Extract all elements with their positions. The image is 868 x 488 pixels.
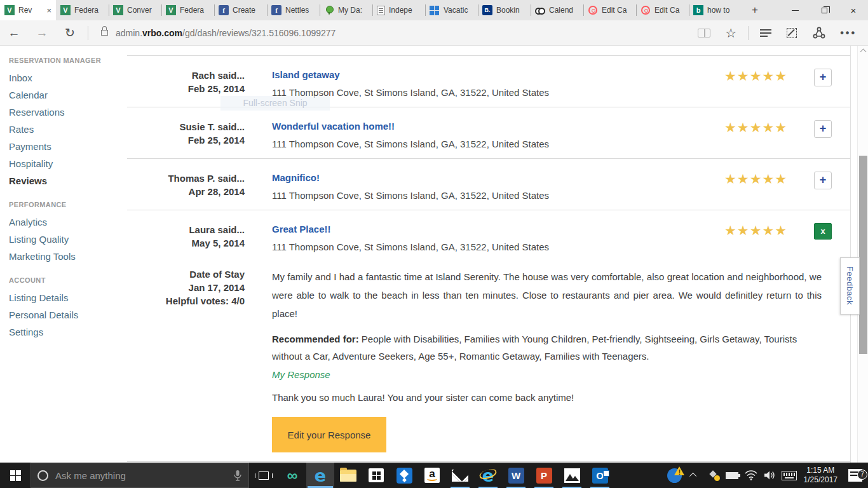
tab-edit-ca-1[interactable]: Edit Ca <box>583 0 636 20</box>
page-scrollbar[interactable] <box>857 46 868 463</box>
scroll-up-arrow-icon[interactable] <box>860 48 865 53</box>
tab-vacatic[interactable]: Vacatic <box>425 0 478 20</box>
taskbar-clock[interactable]: 1:15 AM 1/25/2017 <box>799 466 843 485</box>
tab-reviews-active[interactable]: Rev × <box>0 0 56 20</box>
tab-label: Federa <box>74 6 104 15</box>
tray-dropbox-notification[interactable] <box>703 463 722 488</box>
taskbar-app-word[interactable]: W <box>502 463 530 488</box>
sidebar-item-reviews[interactable]: Reviews <box>9 172 127 189</box>
window-restore-button[interactable] <box>810 0 839 20</box>
task-view-button[interactable] <box>249 463 278 488</box>
vrbo-icon <box>60 5 71 15</box>
outlook-icon: O <box>592 468 608 484</box>
start-button[interactable] <box>0 463 31 488</box>
tab-federa-2[interactable]: Federa <box>161 0 214 20</box>
taskbar-app-internet-explorer[interactable]: e <box>474 463 502 488</box>
address-bar[interactable]: admin.vrbo.com/gd/dash/reviews/321.51609… <box>116 28 691 38</box>
helpful-votes: Helpful votes: 4/0 <box>127 294 245 308</box>
forward-button[interactable]: → <box>28 26 56 40</box>
review-title-link[interactable]: Wonderful vacation home!! <box>272 120 718 133</box>
review-title-link[interactable]: Great Place!! <box>272 223 718 236</box>
review-address: 111 Thompson Cove, St Simons Island, GA,… <box>272 241 718 252</box>
cortana-search-box[interactable] <box>31 463 249 488</box>
taskbar-app-store[interactable] <box>362 463 390 488</box>
collapse-review-button[interactable]: x <box>814 223 832 240</box>
sidebar-item-marketing-tools[interactable]: Marketing Tools <box>9 248 127 265</box>
tab-label: Conver <box>127 6 157 15</box>
new-tab-button[interactable]: + <box>742 0 768 20</box>
feedback-tab[interactable]: Feedback <box>840 257 860 315</box>
window-close-button[interactable]: × <box>839 0 868 20</box>
taskbar-app-infinity[interactable]: ∞ <box>278 463 306 488</box>
sidebar-item-analytics[interactable]: Analytics <box>9 214 127 231</box>
refresh-button[interactable]: ↻ <box>56 25 84 40</box>
tab-close-icon[interactable]: × <box>46 6 51 15</box>
tray-alert[interactable] <box>665 463 684 488</box>
sidebar-item-listing-quality[interactable]: Listing Quality <box>9 231 127 248</box>
microphone-icon[interactable] <box>233 470 242 482</box>
sidebar-item-settings[interactable]: Settings <box>9 323 127 341</box>
owner-response-text: Thank you so much Laura! You and your si… <box>272 392 822 403</box>
expand-review-button[interactable]: + <box>814 69 832 86</box>
edit-response-button[interactable]: Edit your Response <box>272 417 386 452</box>
sidebar-item-reservations[interactable]: Reservations <box>9 104 127 121</box>
taskbar-app-edge[interactable]: e <box>306 463 334 488</box>
review-row-susie: Susie T. said... Feb 25, 2014 Wonderful … <box>127 107 850 159</box>
hub-icon[interactable] <box>760 27 771 39</box>
review-title-link[interactable]: Magnifico! <box>272 172 718 184</box>
tab-label: Federa <box>180 6 210 15</box>
sidebar-item-rates[interactable]: Rates <box>9 121 127 138</box>
tray-touch-keyboard[interactable] <box>780 463 799 488</box>
web-note-icon[interactable] <box>787 28 797 38</box>
mail-icon <box>452 470 468 482</box>
windows-logo-icon <box>10 470 21 481</box>
chevron-up-icon <box>689 473 696 480</box>
taskbar-app-outlook[interactable]: O <box>586 463 614 488</box>
favorites-star-icon[interactable]: ☆ <box>717 25 744 41</box>
scrollbar-thumb[interactable] <box>859 156 867 354</box>
tray-network[interactable] <box>742 463 761 488</box>
taskbar-app-powerpoint[interactable]: P <box>530 463 558 488</box>
tab-nettles[interactable]: Nettles <box>267 0 320 20</box>
expand-review-button[interactable]: + <box>814 120 832 138</box>
tab-calendar[interactable]: Calend <box>531 0 583 20</box>
taskbar-app-photos[interactable] <box>558 463 586 488</box>
back-button[interactable]: ← <box>0 26 28 40</box>
sidebar-item-calendar[interactable]: Calendar <box>9 86 127 104</box>
sidebar-item-payments[interactable]: Payments <box>9 138 127 155</box>
tab-conver[interactable]: Conver <box>109 0 161 20</box>
sidebar-item-personal-details[interactable]: Personal Details <box>9 306 127 323</box>
tab-federa-1[interactable]: Federa <box>56 0 109 20</box>
search-input[interactable] <box>55 470 231 481</box>
more-options-icon[interactable]: ••• <box>840 27 857 39</box>
tab-label: Create <box>233 6 262 15</box>
tab-edit-ca-2[interactable]: Edit Ca <box>636 0 689 20</box>
taskbar-app-mail[interactable] <box>446 463 474 488</box>
share-icon[interactable] <box>812 26 826 40</box>
tab-create[interactable]: Create <box>214 0 267 20</box>
tray-show-hidden-icons[interactable] <box>684 463 703 488</box>
taskbar-app-file-explorer[interactable] <box>334 463 362 488</box>
restore-icon <box>822 8 827 13</box>
action-center-button[interactable]: 7 <box>843 469 868 482</box>
tab-indepe[interactable]: Indepe <box>372 0 425 20</box>
taskbar-app-dropbox[interactable] <box>390 463 418 488</box>
sidebar-section-performance: PERFORMANCE <box>9 196 127 214</box>
tab-how-to[interactable]: how to <box>689 0 742 20</box>
list-top-divider <box>127 46 850 56</box>
sidebar-item-hospitality[interactable]: Hospitality <box>9 155 127 172</box>
sidebar-item-listing-details[interactable]: Listing Details <box>9 289 127 306</box>
sidebar-item-inbox[interactable]: Inbox <box>9 69 127 86</box>
review-title-link[interactable]: Island getaway <box>272 69 718 81</box>
window-minimize-button[interactable] <box>780 0 810 20</box>
tab-booking[interactable]: Bookin <box>478 0 531 20</box>
expand-review-button[interactable]: + <box>814 172 832 189</box>
taskbar-app-amazon[interactable]: a <box>418 463 446 488</box>
recommended-for: Recommended for: People with Disabilitie… <box>272 330 822 365</box>
document-icon <box>377 6 385 15</box>
my-response-link[interactable]: My Response <box>272 369 822 380</box>
tray-battery[interactable] <box>722 463 742 488</box>
tab-my-dashboard[interactable]: My Da: <box>320 0 372 20</box>
reading-view-icon[interactable] <box>698 29 710 37</box>
tray-volume[interactable] <box>761 463 780 488</box>
